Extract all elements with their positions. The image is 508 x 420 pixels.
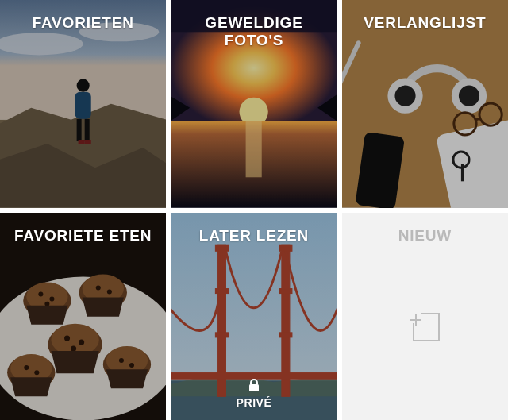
add-collection-icon [404, 306, 445, 347]
collection-tile-new[interactable]: NIEUW [342, 213, 508, 421]
tile-title: LATER LEZEN [171, 227, 337, 245]
svg-rect-70 [249, 384, 259, 391]
private-badge: PRIVÉ [171, 379, 337, 409]
collection-tile-later-lezen[interactable]: LATER LEZEN PRIVÉ [171, 213, 337, 421]
collection-tile-geweldige-fotos[interactable]: GEWELDIGE FOTO'S [171, 0, 337, 208]
collection-tile-favoriete-eten[interactable]: FAVORIETE ETEN [0, 213, 166, 421]
private-label: PRIVÉ [236, 396, 271, 409]
tile-title: FAVORIETEN [0, 14, 166, 32]
tile-title: FAVORIETE ETEN [0, 227, 166, 245]
collection-tile-favorieten[interactable]: FAVORIETEN [0, 0, 166, 208]
tile-title: GEWELDIGE FOTO'S [171, 14, 337, 49]
lock-icon [248, 379, 260, 393]
tile-title: NIEUW [342, 227, 508, 245]
collection-tile-verlanglijst[interactable]: VERLANGLIJST [342, 0, 508, 208]
tile-title: VERLANGLIJST [342, 14, 508, 32]
collections-grid: FAVORIETEN [0, 0, 508, 420]
